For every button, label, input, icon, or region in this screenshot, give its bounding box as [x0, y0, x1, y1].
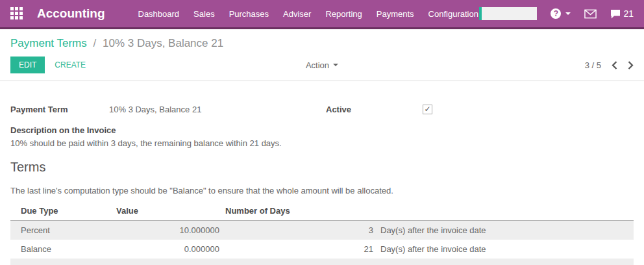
app-window: Accounting Dashboard Sales Purchases Adv… — [0, 0, 644, 265]
cell-due-type: Percent — [10, 220, 111, 240]
column-header-empty — [374, 202, 634, 221]
action-menu-wrap: Action — [10, 60, 634, 70]
field-active: Active ✓ — [322, 105, 634, 115]
action-dropdown-label: Action — [306, 60, 329, 70]
pager-next-button[interactable] — [628, 61, 634, 69]
field-row: Payment Term 10% 3 Days, Balance 21 Acti… — [10, 105, 634, 115]
terms-table: Due Type Value Number of Days Percent 10… — [10, 202, 634, 265]
description-label: Description on the Invoice — [10, 125, 634, 136]
cell-due-type: Balance — [10, 240, 111, 259]
menu-item-configuration[interactable]: Configuration — [428, 9, 478, 19]
messages-icon[interactable] — [584, 9, 597, 19]
payment-term-value: 10% 3 Days, Balance 21 — [109, 105, 201, 115]
form-sheet: Payment Term 10% 3 Days, Balance 21 Acti… — [0, 81, 644, 265]
terms-section-heading: Terms — [10, 159, 634, 175]
app-title: Accounting — [37, 6, 105, 21]
chevron-down-icon — [333, 64, 338, 66]
cell-value: 0.000000 — [111, 240, 220, 259]
column-header-number-of-days: Number of Days — [220, 202, 374, 221]
active-label: Active — [326, 105, 423, 115]
main-menu: Dashboard Sales Purchases Adviser Report… — [138, 9, 478, 19]
cell-value: 10.000000 — [111, 220, 220, 240]
menu-item-adviser[interactable]: Adviser — [283, 9, 311, 19]
table-row-percent[interactable]: Percent 10.000000 3 Day(s) after the inv… — [10, 220, 634, 240]
chevron-down-icon — [565, 12, 571, 15]
user-menu[interactable] — [479, 7, 537, 20]
unread-count: 21 — [623, 8, 634, 19]
pager-previous-button[interactable] — [612, 61, 617, 69]
discuss-button[interactable]: 21 — [610, 8, 634, 19]
description-value: 10% should be paid within 3 days, the re… — [10, 138, 634, 149]
menu-item-purchases[interactable]: Purchases — [229, 9, 269, 19]
table-row-balance[interactable]: Balance 0.000000 21 Day(s) after the inv… — [10, 240, 634, 259]
breadcrumb: Payment Terms / 10% 3 Days, Balance 21 — [10, 36, 634, 51]
payment-term-label: Payment Term — [10, 105, 109, 115]
create-button[interactable]: CREATE — [55, 57, 86, 73]
cell-option: Day(s) after the invoice date — [374, 240, 634, 259]
control-buttons-row: EDIT CREATE Action 3 / 5 — [10, 57, 634, 73]
breadcrumb-payment-terms[interactable]: Payment Terms — [10, 37, 87, 49]
cell-days: 21 — [220, 240, 374, 259]
menu-item-dashboard[interactable]: Dashboard — [138, 9, 180, 19]
control-panel: Payment Terms / 10% 3 Days, Balance 21 E… — [0, 29, 644, 81]
breadcrumb-current-record: 10% 3 Days, Balance 21 — [103, 37, 223, 49]
column-header-value: Value — [111, 202, 220, 221]
active-checkbox[interactable]: ✓ — [423, 105, 432, 114]
action-dropdown[interactable]: Action — [306, 60, 338, 70]
pager-count: 3 / 5 — [585, 60, 601, 70]
pager: 3 / 5 — [585, 60, 634, 70]
field-payment-term: Payment Term 10% 3 Days, Balance 21 — [10, 105, 322, 115]
column-header-due-type: Due Type — [10, 202, 111, 221]
menu-item-payments[interactable]: Payments — [377, 9, 414, 19]
menu-item-sales[interactable]: Sales — [193, 9, 215, 19]
edit-button[interactable]: EDIT — [10, 57, 45, 73]
cell-days: 3 — [220, 220, 374, 240]
menu-item-reporting[interactable]: Reporting — [325, 9, 362, 19]
terms-section-note: The last line's computation type should … — [10, 186, 634, 196]
chat-bubble-icon — [610, 9, 621, 19]
terms-table-header-row: Due Type Value Number of Days — [10, 202, 634, 221]
table-footer-row — [10, 259, 634, 265]
help-menu[interactable]: ? — [551, 8, 571, 19]
breadcrumb-separator: / — [93, 37, 97, 49]
apps-grid-icon[interactable] — [10, 7, 23, 20]
cell-option: Day(s) after the invoice date — [374, 220, 634, 240]
navbar-right: ? 21 — [479, 7, 634, 20]
help-icon: ? — [551, 8, 561, 19]
top-navbar: Accounting Dashboard Sales Purchases Adv… — [0, 0, 644, 29]
field-description: Description on the Invoice 10% should be… — [10, 125, 634, 149]
